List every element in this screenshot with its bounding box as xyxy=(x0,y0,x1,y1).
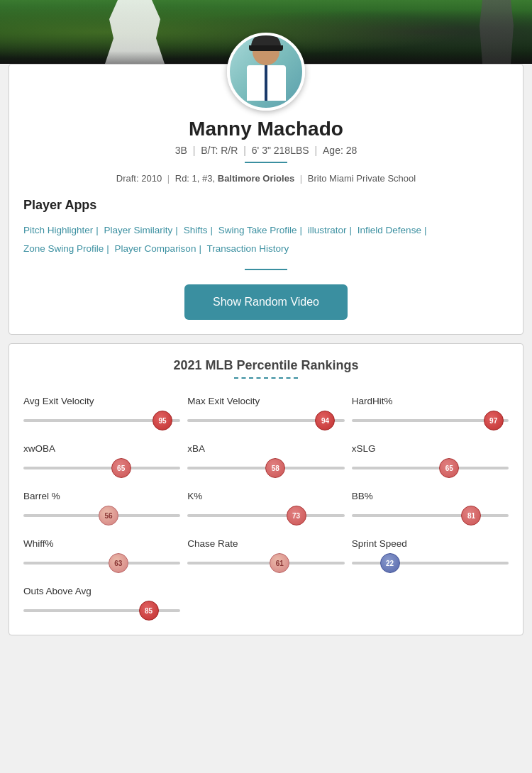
slider-thumb: 95 xyxy=(153,411,172,430)
player-card: Manny Machado 3B | B/T: R/R | 6' 3" 218L… xyxy=(9,64,523,335)
slider-track: 58 xyxy=(187,467,344,469)
app-underline xyxy=(245,269,287,270)
apps-section-title: Player Apps xyxy=(9,198,523,213)
metric-slider: 56 xyxy=(23,506,180,525)
show-random-video-button[interactable]: Show Random Video xyxy=(184,284,348,320)
avatar-body xyxy=(247,65,286,101)
slider-track: 85 xyxy=(23,609,180,612)
metric-label: Max Exit Velocity xyxy=(187,396,344,406)
rankings-underline xyxy=(234,377,298,379)
slider-thumb: 94 xyxy=(315,411,335,430)
metric-label: HardHit% xyxy=(352,396,509,406)
metric-label: Chase Rate xyxy=(187,538,344,549)
slider-thumb: 85 xyxy=(139,601,159,621)
app-link-swing-take[interactable]: Swing Take Profile xyxy=(218,225,297,235)
metric-item: Barrel %56 xyxy=(23,491,180,525)
player-name: Manny Machado xyxy=(9,118,523,140)
avatar xyxy=(227,33,305,111)
rankings-title: 2021 MLB Percentile Rankings xyxy=(23,358,509,373)
slider-thumb: 65 xyxy=(111,458,131,478)
metric-label: K% xyxy=(187,491,344,501)
meta-underline xyxy=(245,162,287,163)
metric-slider: 97 xyxy=(352,411,509,430)
metric-label: BB% xyxy=(352,491,509,501)
metrics-grid: Avg Exit Velocity95Max Exit Velocity94Ha… xyxy=(23,396,509,621)
slider-thumb: 73 xyxy=(287,506,306,525)
metric-slider: 73 xyxy=(187,506,344,525)
slider-thumb: 65 xyxy=(439,458,459,478)
slider-thumb: 97 xyxy=(484,411,504,430)
avatar-head xyxy=(253,38,279,65)
metric-item: K%73 xyxy=(187,491,344,525)
metric-label: xBA xyxy=(187,443,344,454)
metric-label: Avg Exit Velocity xyxy=(23,396,180,406)
slider-thumb: 81 xyxy=(461,506,481,525)
metric-label: Whiff% xyxy=(23,538,180,549)
metric-item: BB%81 xyxy=(352,491,509,525)
avatar-wrapper xyxy=(9,33,523,111)
slider-track: 63 xyxy=(23,562,180,565)
metric-item: Whiff%63 xyxy=(23,538,180,573)
metric-item: Avg Exit Velocity95 xyxy=(23,396,180,430)
app-link-transaction[interactable]: Transaction History xyxy=(206,243,289,254)
slider-track: 95 xyxy=(23,419,180,422)
slider-thumb: 63 xyxy=(109,553,128,573)
metric-slider: 94 xyxy=(187,411,344,430)
player-apps: Pitch Highlighter| Player Similarity| Sh… xyxy=(9,221,523,257)
app-link-illustrator[interactable]: illustrator xyxy=(308,225,347,235)
metric-slider: 95 xyxy=(23,411,180,430)
metric-slider: 65 xyxy=(352,458,509,478)
slider-track: 73 xyxy=(187,514,344,517)
metric-item: Chase Rate61 xyxy=(187,538,344,573)
slider-thumb: 22 xyxy=(380,553,400,573)
metric-slider: 63 xyxy=(23,553,180,573)
metric-item: xBA58 xyxy=(187,443,344,478)
slider-track: 97 xyxy=(352,419,509,422)
player-draft: Draft: 2010 | Rd: 1, #3, Baltimore Oriol… xyxy=(9,173,523,184)
slider-thumb: 61 xyxy=(270,553,289,573)
app-link-shifts[interactable]: Shifts xyxy=(184,225,208,235)
metric-slider: 65 xyxy=(23,458,180,478)
metric-item: xSLG65 xyxy=(352,443,509,478)
metric-slider: 61 xyxy=(187,553,344,573)
metric-item: Sprint Speed22 xyxy=(352,538,509,573)
rankings-card: 2021 MLB Percentile Rankings Avg Exit Ve… xyxy=(9,343,523,635)
slider-track: 81 xyxy=(352,514,509,517)
app-link-infield-defense[interactable]: Infield Defense xyxy=(358,225,421,235)
metric-slider: 58 xyxy=(187,458,344,478)
slider-thumb: 58 xyxy=(265,458,285,478)
metric-label: xSLG xyxy=(352,443,509,454)
app-link-pitch-highlighter[interactable]: Pitch Highlighter xyxy=(23,225,93,235)
metric-slider: 81 xyxy=(352,506,509,525)
app-link-player-similarity[interactable]: Player Similarity xyxy=(104,225,173,235)
metric-item: HardHit%97 xyxy=(352,396,509,430)
metric-item: Outs Above Avg85 xyxy=(23,586,180,621)
slider-track: 65 xyxy=(352,467,509,469)
metric-slider: 22 xyxy=(352,553,509,573)
slider-track: 22 xyxy=(352,562,509,565)
metric-label: xwOBA xyxy=(23,443,180,454)
player-meta: 3B | B/T: R/R | 6' 3" 218LBS | Age: 28 xyxy=(9,145,523,156)
slider-track: 61 xyxy=(187,562,344,565)
metric-item: xwOBA65 xyxy=(23,443,180,478)
metric-item: Max Exit Velocity94 xyxy=(187,396,344,430)
metric-label: Outs Above Avg xyxy=(23,586,180,596)
app-link-player-comparison[interactable]: Player Comparison xyxy=(115,243,196,254)
slider-thumb: 56 xyxy=(99,506,118,525)
app-link-zone-swing[interactable]: Zone Swing Profile xyxy=(23,243,104,254)
metric-label: Barrel % xyxy=(23,491,180,501)
metric-label: Sprint Speed xyxy=(352,538,509,549)
slider-track: 94 xyxy=(187,419,344,422)
slider-track: 65 xyxy=(23,467,180,469)
slider-track: 56 xyxy=(23,514,180,517)
metric-slider: 85 xyxy=(23,601,180,621)
